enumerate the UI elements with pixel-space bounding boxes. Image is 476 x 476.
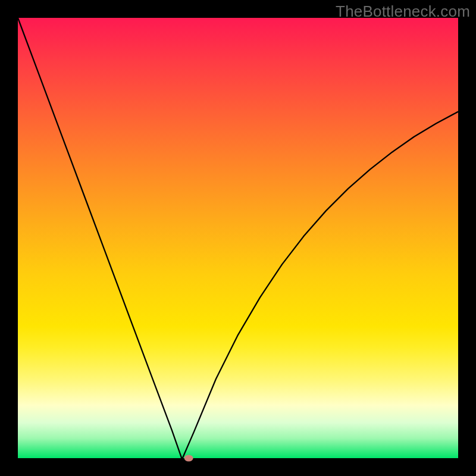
plot-area xyxy=(18,18,458,458)
watermark-text: TheBottleneck.com xyxy=(336,2,470,21)
bottleneck-curve-chart xyxy=(0,0,476,476)
minimum-marker xyxy=(184,455,193,462)
